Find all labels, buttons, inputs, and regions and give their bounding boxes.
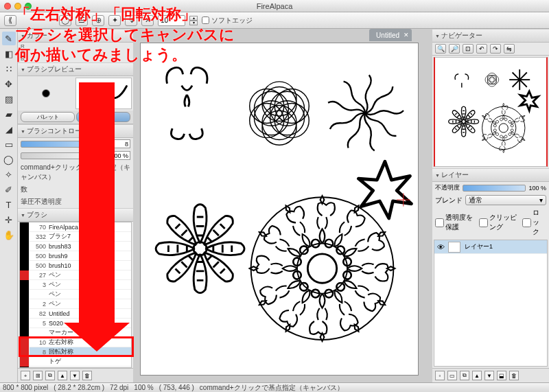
tool-column: ✎ ◧ ∷ ✥ ▨ ▰ ◢ ▭ ◯ ✧ ✐ T ✛ ✋ (0, 29, 18, 382)
clipping-checkbox[interactable]: クリッピング (479, 208, 519, 237)
layer-row[interactable]: 👁 レイヤー1 (434, 240, 547, 254)
brush-size-label: 70 (30, 224, 49, 231)
svg-point-16 (297, 244, 347, 294)
select-lasso-tool[interactable]: ◯ (2, 152, 16, 166)
app-title: FireAlpaca (257, 2, 293, 10)
gradient-tool[interactable]: ◢ (2, 122, 16, 136)
new-layer-button[interactable]: ▫ (435, 371, 445, 380)
brush-color-icon (20, 242, 30, 251)
merge-layer-button[interactable]: ⬓ (497, 371, 506, 380)
status-zoom: 100 % (134, 384, 153, 391)
brush-color-icon (20, 290, 30, 299)
status-coord: ( 753, 446 ) (159, 384, 194, 391)
text-tool[interactable]: T (2, 198, 16, 211)
eyedropper-tool[interactable]: ✛ (2, 213, 16, 227)
fill-tool[interactable]: ▨ (2, 92, 16, 106)
select-pen-tool[interactable]: ✐ (2, 183, 16, 196)
brush-tool[interactable]: ✎ (2, 32, 16, 45)
duplicate-brush-button[interactable]: ⧉ (45, 371, 55, 380)
disclosure-icon: ▼ (435, 173, 440, 178)
status-cm: ( 28.2 * 28.2cm ) (54, 384, 104, 391)
eraser-tool[interactable]: ◧ (2, 47, 16, 60)
delete-brush-button[interactable]: 🗑 (82, 371, 92, 380)
brush-size-label: 500 (30, 243, 49, 250)
brush-up-button[interactable]: ▲ (58, 371, 67, 380)
brush-size-label: 500 (30, 253, 49, 260)
status-bar: 800 * 800 pixel ( 28.2 * 28.2cm ) 72 dpi… (0, 382, 549, 392)
close-tab-icon[interactable]: ✕ (404, 32, 409, 38)
svg-point-17 (251, 197, 394, 340)
bucket-tool[interactable]: ▰ (2, 107, 16, 121)
lock-checkbox[interactable]: ロック (522, 208, 546, 237)
layer-list[interactable]: 👁 レイヤー1 (434, 240, 548, 367)
brush-color-icon (20, 357, 30, 367)
zoom-out-button[interactable]: 🔎 (449, 44, 460, 54)
add-brush-button[interactable]: + (21, 371, 30, 380)
move-tool[interactable]: ✥ (2, 77, 16, 91)
annotation-arrow (79, 82, 130, 351)
svg-point-15 (307, 254, 336, 283)
svg-point-25 (499, 124, 508, 132)
layer-opacity-slider[interactable] (463, 185, 526, 192)
brush-size-label: 3 (30, 281, 49, 288)
brush-color-icon (20, 232, 30, 242)
brush-name-label: トゲ (49, 357, 131, 366)
rotate-cw-button[interactable]: ↷ (490, 44, 501, 54)
close-window-button[interactable] (4, 3, 11, 10)
brush-dot-icon (42, 89, 50, 97)
status-dimensions: 800 * 800 pixel (3, 384, 48, 391)
delete-layer-button[interactable]: 🗑 (509, 371, 519, 380)
new-folder-button[interactable]: ▭ (447, 371, 457, 380)
svg-point-24 (462, 119, 465, 123)
disclosure-icon: ▼ (435, 34, 440, 38)
brush-color-icon (20, 251, 30, 261)
brush-list-actions: + ⊞ ⧉ ▲ ▼ 🗑 (18, 368, 133, 382)
svg-point-14 (194, 242, 207, 255)
palette-tab[interactable]: パレット (21, 112, 75, 122)
disclosure-icon: ▼ (21, 67, 25, 72)
brush-size-label: 332 (30, 233, 49, 240)
select-rect-tool[interactable]: ▭ (2, 137, 16, 151)
annotation-text: 「左右対称」「回転対称」 ブラシを選択してキャンバスに 何か描いてみましょう。 (15, 4, 235, 65)
layer-actions: ▫ ▭ ⧉ ▲ ▼ ⬓ 🗑 (432, 368, 549, 382)
right-panel-stack: ▼ナビゲーター 🔍 🔎 ⊡ ↶ ↷ ⇋ ▼レイヤー 不透明度100 % ブレンド… (432, 29, 549, 382)
svg-point-18 (487, 76, 496, 84)
brush-color-icon (20, 280, 30, 290)
brush-size-label: 500 (30, 262, 49, 269)
brush-down-button[interactable]: ▼ (70, 371, 80, 380)
layer-panel-header[interactable]: ▼レイヤー (432, 168, 549, 182)
layer-up-button[interactable]: ▲ (472, 371, 482, 380)
status-hint: command+クリックで基点指定（キャンバス） (200, 383, 344, 393)
layer-thumbnail (448, 242, 460, 253)
canvas[interactable] (140, 43, 419, 376)
brush-color-icon (20, 270, 30, 280)
navigator-panel-header[interactable]: ▼ナビゲーター (432, 29, 549, 43)
svg-point-27 (482, 106, 525, 149)
select-wand-tool[interactable]: ✧ (2, 168, 16, 181)
brush-color-icon (20, 319, 30, 328)
fit-button[interactable]: ⊡ (463, 44, 474, 54)
visibility-icon[interactable]: 👁 (434, 243, 447, 251)
brush-color-icon (20, 261, 30, 270)
dot-tool[interactable]: ∷ (2, 62, 16, 76)
brush-size-label: 5 (30, 320, 49, 327)
opacity-label: 不透明度 (435, 183, 460, 192)
rotate-ccw-button[interactable]: ↶ (476, 44, 487, 54)
brush-color-icon (20, 222, 30, 232)
add-brush-button[interactable]: ⊞ (33, 371, 43, 380)
document-tab[interactable]: Untitled✕ (369, 29, 412, 41)
blend-mode-select[interactable]: 通常▾ (465, 195, 546, 205)
brush-color-icon (20, 309, 30, 319)
layer-down-button[interactable]: ▼ (484, 371, 494, 380)
brush-size-label: 27 (30, 272, 49, 279)
brush-size-label: 82 (30, 310, 49, 317)
duplicate-layer-button[interactable]: ⧉ (460, 371, 469, 380)
layer-name: レイヤー1 (462, 242, 493, 251)
hand-tool[interactable]: ✋ (2, 228, 16, 242)
navigator-thumbnail[interactable] (434, 57, 548, 167)
zoom-in-button[interactable]: 🔍 (435, 44, 446, 54)
brush-row[interactable]: トゲ (20, 357, 131, 367)
flip-button[interactable]: ⇋ (504, 44, 515, 54)
protect-alpha-checkbox[interactable]: 透明度を保護 (435, 208, 475, 237)
disclosure-icon: ▼ (21, 213, 25, 218)
